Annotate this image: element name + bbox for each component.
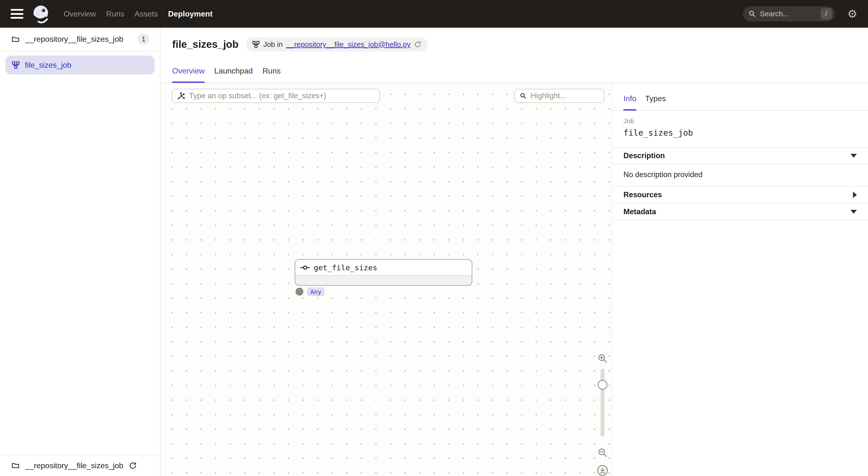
op-output-port[interactable] xyxy=(296,288,303,296)
folder-icon xyxy=(11,461,20,470)
search-icon xyxy=(520,92,527,99)
footer-repository-name: __repository__file_sizes_job xyxy=(25,461,123,470)
reload-location-button[interactable] xyxy=(414,41,422,48)
section-header-metadata[interactable]: Metadata xyxy=(612,204,868,220)
job-kind-label: Job xyxy=(623,117,857,125)
tab-info[interactable]: Info xyxy=(623,94,636,111)
dagster-logo[interactable] xyxy=(31,4,51,24)
job-source-pill: Job in __repository__file_sizes_job@hell… xyxy=(246,37,428,52)
op-node-header: get_file_sizes xyxy=(294,259,472,276)
repository-job-count-badge: 1 xyxy=(138,33,149,45)
download-icon xyxy=(597,465,609,476)
op-node-body xyxy=(294,276,472,286)
refresh-icon xyxy=(129,462,137,470)
sidebar-repository-header[interactable]: __repository__file_sizes_job 1 xyxy=(0,28,160,51)
sidebar-footer-repository: __repository__file_sizes_job xyxy=(0,455,160,476)
primary-nav: Overview Runs Assets Deployment xyxy=(64,9,213,19)
zoom-in-button[interactable] xyxy=(597,353,608,364)
zoom-out-icon xyxy=(597,447,608,458)
download-graph-button[interactable] xyxy=(597,465,609,476)
workspace: get_file_sizes Any xyxy=(160,83,868,476)
reload-repository-button[interactable] xyxy=(129,462,137,470)
section-title: Metadata xyxy=(623,207,656,216)
highlight-input[interactable] xyxy=(531,92,599,100)
top-nav-right: Search... / ⚙ xyxy=(743,6,857,21)
chevron-right-icon xyxy=(853,192,857,198)
info-panel: Info Types Job file_sizes_job Descriptio… xyxy=(612,83,868,476)
page-header: file_sizes_job Job in __repository__file… xyxy=(160,28,868,52)
top-nav: Overview Runs Assets Deployment Search..… xyxy=(0,0,868,28)
op-node-get-file-sizes[interactable]: get_file_sizes xyxy=(294,259,472,286)
section-header-resources[interactable]: Resources xyxy=(612,186,868,204)
zoom-out-button[interactable] xyxy=(597,447,608,458)
nav-item-assets[interactable]: Assets xyxy=(134,9,158,19)
op-subset-input[interactable] xyxy=(189,92,375,100)
op-node-name: get_file_sizes xyxy=(314,263,377,272)
info-panel-tabs: Info Types xyxy=(612,83,868,111)
job-name-value: file_sizes_job xyxy=(623,128,857,138)
zoom-slider-handle[interactable] xyxy=(598,380,608,389)
zoom-controls xyxy=(594,353,611,476)
sidebar-job-label: file_sizes_job xyxy=(25,61,71,70)
gear-icon[interactable]: ⚙ xyxy=(847,8,857,20)
op-graph-canvas[interactable]: get_file_sizes Any xyxy=(160,83,612,476)
highlight-filter[interactable] xyxy=(514,89,604,103)
op-icon xyxy=(300,265,310,270)
tab-types[interactable]: Types xyxy=(645,94,666,111)
section-header-description[interactable]: Description xyxy=(612,147,868,164)
dagster-octopus-icon xyxy=(31,4,51,24)
job-identity-block: Job file_sizes_job xyxy=(612,111,868,147)
op-subset-filter[interactable] xyxy=(172,89,380,103)
breadcrumb-prefix: Job in xyxy=(263,40,283,48)
search-placeholder: Search... xyxy=(760,10,820,18)
section-title: Resources xyxy=(623,191,662,199)
nav-item-deployment[interactable]: Deployment xyxy=(168,9,213,19)
job-graph-icon xyxy=(12,61,20,69)
job-tabs: Overview Launchpad Runs xyxy=(160,66,868,83)
refresh-icon xyxy=(414,41,422,48)
zoom-slider-track[interactable] xyxy=(600,369,604,437)
search-shortcut-key: / xyxy=(820,8,832,20)
op-selector-icon xyxy=(177,92,185,100)
repository-name: __repository__file_sizes_job xyxy=(25,35,123,44)
tab-overview[interactable]: Overview xyxy=(172,66,205,83)
tab-launchpad[interactable]: Launchpad xyxy=(214,66,253,83)
main-content: file_sizes_job Job in __repository__file… xyxy=(160,28,868,476)
description-body: No description provided xyxy=(612,164,868,186)
chevron-down-icon xyxy=(850,210,857,214)
nav-item-overview[interactable]: Overview xyxy=(64,9,96,19)
zoom-in-icon xyxy=(597,353,608,364)
op-output-type-badge[interactable]: Any xyxy=(307,287,324,296)
search-icon xyxy=(748,10,756,18)
section-title: Description xyxy=(623,151,665,160)
folder-icon xyxy=(11,35,20,44)
chevron-down-icon xyxy=(850,154,857,158)
sidebar-item-file-sizes-job[interactable]: file_sizes_job xyxy=(5,56,155,74)
job-graph-icon xyxy=(252,40,260,48)
tab-runs[interactable]: Runs xyxy=(262,66,281,83)
nav-item-runs[interactable]: Runs xyxy=(106,9,124,19)
repository-location-link[interactable]: __repository__file_sizes_job@hello.py xyxy=(286,40,410,48)
global-search[interactable]: Search... / xyxy=(743,6,835,21)
job-sidebar: __repository__file_sizes_job 1 file_size… xyxy=(0,28,160,476)
page-title: file_sizes_job xyxy=(172,39,239,50)
hamburger-menu-icon[interactable] xyxy=(11,9,23,19)
